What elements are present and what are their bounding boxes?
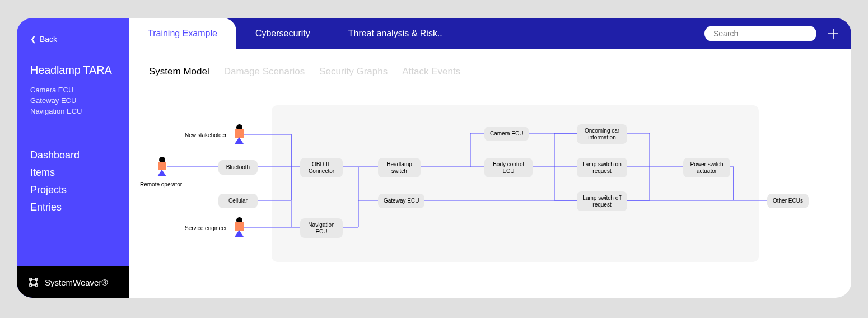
systemweaver-logo-icon xyxy=(28,277,39,288)
brand-footer: SystemWeaver® xyxy=(17,266,129,298)
back-label: Back xyxy=(40,35,57,44)
plus-icon[interactable] xyxy=(827,27,840,40)
actor-new-stakeholder-icon[interactable] xyxy=(234,124,244,144)
node-camera-ecu[interactable]: Camera ECU xyxy=(484,127,529,141)
node-obd[interactable]: OBD-II-Connector xyxy=(300,158,343,177)
node-lamp-on[interactable]: Lamp switch on request xyxy=(577,158,627,177)
search-input[interactable] xyxy=(704,26,816,41)
subtab-security-graphs[interactable]: Security Graphs xyxy=(319,66,388,77)
main: Training Example Cybersecurity Threat an… xyxy=(129,18,851,298)
sidebar-divider xyxy=(30,137,69,137)
subtab-damage-scenarios[interactable]: Damage Scenarios xyxy=(224,66,305,77)
nav-items[interactable]: Items xyxy=(30,167,115,179)
nav-projects[interactable]: Projects xyxy=(30,184,115,196)
project-sub-navigation[interactable]: Navigation ECU xyxy=(30,107,115,115)
tab-cybersecurity[interactable]: Cybersecurity xyxy=(236,18,329,49)
actor-remote-operator-label: Remote operator xyxy=(140,181,182,188)
subtab-attack-events[interactable]: Attack Events xyxy=(402,66,460,77)
node-gateway-ecu[interactable]: Gateway ECU xyxy=(378,194,424,208)
actor-remote-operator-icon[interactable] xyxy=(157,157,167,176)
node-headlamp-switch[interactable]: Headlamp switch xyxy=(378,158,421,177)
node-body-control-ecu[interactable]: Body control ECU xyxy=(484,158,533,177)
tab-training-example[interactable]: Training Example xyxy=(129,18,236,49)
node-navigation-ecu[interactable]: Navigation ECU xyxy=(300,218,343,238)
node-bluetooth[interactable]: Bluetooth xyxy=(218,160,258,175)
node-cellular[interactable]: Cellular xyxy=(218,194,258,208)
nav-dashboard[interactable]: Dashboard xyxy=(30,149,115,161)
node-other-ecus[interactable]: Other ECUs xyxy=(767,194,809,208)
sidebar-top: ❮ Back Headlamp TARA Camera ECU Gateway … xyxy=(17,18,129,118)
app-window: ❮ Back Headlamp TARA Camera ECU Gateway … xyxy=(17,18,851,298)
actor-new-stakeholder-label: New stakeholder xyxy=(185,132,226,138)
diagram-canvas[interactable]: New stakeholder Remote operator Service … xyxy=(129,83,851,298)
project-sub-gateway[interactable]: Gateway ECU xyxy=(30,96,115,105)
tab-threat-analysis[interactable]: Threat analysis & Risk.. xyxy=(329,18,461,49)
subtab-system-model[interactable]: System Model xyxy=(149,66,209,77)
node-power-actuator[interactable]: Power switch actuator xyxy=(683,158,730,177)
subtabs: System Model Damage Scenarios Security G… xyxy=(129,49,851,83)
topbar-right xyxy=(693,18,851,49)
nav-entries[interactable]: Entries xyxy=(30,202,115,213)
node-oncoming-info[interactable]: Oncoming car information xyxy=(577,124,627,144)
topbar: Training Example Cybersecurity Threat an… xyxy=(129,18,851,49)
nav-links: Dashboard Items Projects Entries xyxy=(17,149,129,219)
actor-service-engineer-icon[interactable] xyxy=(234,217,244,237)
brand-label: SystemWeaver® xyxy=(45,278,108,287)
node-lamp-off[interactable]: Lamp switch off request xyxy=(577,191,627,211)
chevron-left-icon: ❮ xyxy=(30,35,36,43)
project-title: Headlamp TARA xyxy=(30,64,115,77)
actor-service-engineer-label: Service engineer xyxy=(185,225,227,231)
sidebar: ❮ Back Headlamp TARA Camera ECU Gateway … xyxy=(17,18,129,298)
back-button[interactable]: ❮ Back xyxy=(30,35,57,44)
project-sub-camera[interactable]: Camera ECU xyxy=(30,86,115,94)
